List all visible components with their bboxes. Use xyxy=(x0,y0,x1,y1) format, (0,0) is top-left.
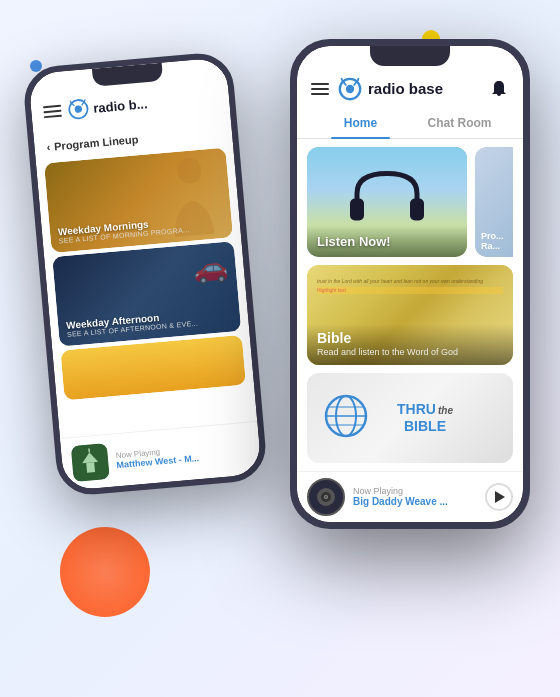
tab-home[interactable]: Home xyxy=(311,108,410,138)
church-icon xyxy=(71,442,110,481)
morning-card[interactable]: Weekday Mornings SEE A LIST OF MORNING P… xyxy=(44,147,233,253)
front-tabs: Home Chat Room xyxy=(297,108,523,139)
front-content: Listen Now! Pro... Ra... xyxy=(297,139,523,471)
phone-front: radio base Home Chat Room xyxy=(290,39,530,529)
back-now-playing-info: Now Playing Matthew West - M... xyxy=(115,439,250,470)
hamburger-icon[interactable] xyxy=(43,104,62,118)
bible-card[interactable]: trust in the Lord with all your heart an… xyxy=(307,265,513,365)
thru-bible-logo: THRU the BIBLE xyxy=(397,402,453,434)
svg-point-21 xyxy=(325,496,327,498)
car-icon: 🚗 xyxy=(191,249,229,285)
top-cards-row: Listen Now! Pro... Ra... xyxy=(307,147,513,257)
front-hamburger-icon[interactable] xyxy=(311,83,329,95)
back-logo: radio b... xyxy=(66,92,148,121)
bible-card-subtitle: Read and listen to the Word of God xyxy=(317,347,503,357)
globe-icon xyxy=(321,391,371,441)
front-now-playing-bar: Now Playing Big Daddy Weave ... xyxy=(297,471,523,522)
svg-rect-11 xyxy=(350,198,364,220)
listen-now-title: Listen Now! xyxy=(317,234,457,249)
front-now-playing-title: Big Daddy Weave ... xyxy=(353,496,477,507)
programs-label: Pro... Ra... xyxy=(481,231,513,251)
svg-rect-12 xyxy=(410,198,424,220)
afternoon-card[interactable]: 🚗 Weekday Afternoon SEE A LIST OF AFTERN… xyxy=(52,241,241,347)
afternoon-card-label: Weekday Afternoon SEE A LIST OF AFTERNOO… xyxy=(66,308,199,337)
bible-pages-decoration: trust in the Lord with all your heart an… xyxy=(307,273,513,299)
radio-icon xyxy=(66,97,90,121)
listen-now-card[interactable]: Listen Now! xyxy=(307,147,467,257)
vinyl-icon xyxy=(315,486,337,508)
program-lineup-title: Program Lineup xyxy=(54,133,139,152)
back-logo-text: radio b... xyxy=(93,95,148,115)
programs-title-1: Pro... xyxy=(481,231,513,241)
bible-card-title: Bible xyxy=(317,330,503,346)
phones-container: radio b... ‹ Program Lineup xyxy=(20,29,540,669)
play-button[interactable] xyxy=(485,483,513,511)
back-arrow: ‹ xyxy=(46,140,51,152)
thru-the-row: THRU the xyxy=(397,402,453,416)
front-logo-text: radio base xyxy=(368,80,443,97)
phone-front-screen: radio base Home Chat Room xyxy=(297,46,523,522)
bible-card-overlay: Bible Read and listen to the Word of God xyxy=(307,324,513,365)
morning-card-label: Weekday Mornings SEE A LIST OF MORNING P… xyxy=(58,214,190,243)
bell-svg xyxy=(489,79,509,99)
back-program-area: ‹ Program Lineup Week xyxy=(33,114,257,437)
phone-back: radio b... ‹ Program Lineup xyxy=(22,50,269,497)
front-radio-icon xyxy=(337,76,363,102)
front-now-playing-label: Now Playing xyxy=(353,486,477,496)
svg-point-8 xyxy=(346,84,354,92)
svg-point-1 xyxy=(74,105,82,113)
morning-card-image: Weekday Mornings SEE A LIST OF MORNING P… xyxy=(44,147,233,253)
bible-logo-text: BIBLE xyxy=(404,418,446,434)
front-logo: radio base xyxy=(337,76,481,102)
back-now-playing-thumb xyxy=(71,442,110,481)
thru-bible-card[interactable]: THRU the BIBLE xyxy=(307,373,513,463)
programs-card[interactable]: Pro... Ra... xyxy=(475,147,513,257)
headphones-svg-front xyxy=(342,163,432,233)
afternoon-card-image: 🚗 Weekday Afternoon SEE A LIST OF AFTERN… xyxy=(52,241,241,347)
phone-back-screen: radio b... ‹ Program Lineup xyxy=(28,57,262,491)
bell-icon[interactable] xyxy=(489,79,509,99)
front-now-playing-thumb xyxy=(307,478,345,516)
programs-title-2: Ra... xyxy=(481,241,513,251)
notch-front xyxy=(370,46,450,66)
svg-point-2 xyxy=(176,156,202,184)
front-now-playing-info: Now Playing Big Daddy Weave ... xyxy=(353,486,477,507)
globe-icon-container xyxy=(321,391,371,445)
the-text: the xyxy=(438,405,453,416)
thru-text: THRU xyxy=(397,402,436,416)
svg-rect-4 xyxy=(86,462,95,473)
tab-chat-room[interactable]: Chat Room xyxy=(410,108,509,138)
